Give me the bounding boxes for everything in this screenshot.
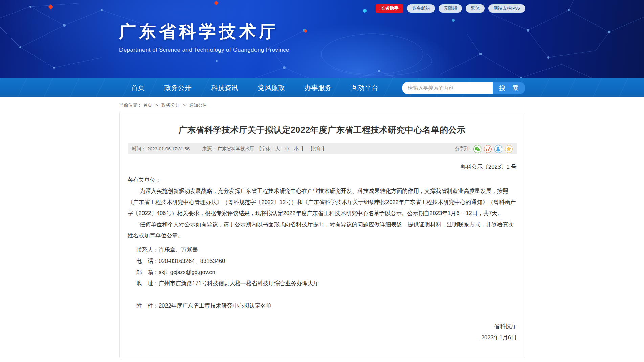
contact-person-value: 肖乐章、万紫骞 [159, 247, 198, 253]
main-navbar: 首页 政务公开 科技资讯 党风廉政 办事服务 互动平台 搜 索 [0, 78, 644, 97]
contact-address-line: 地 址：广州市连新路171号科技信息大楼一楼省科技厅综合业务办理大厅 [128, 278, 517, 289]
traditional-chinese-button[interactable]: 繁体 [466, 4, 485, 13]
article-body: 各有关单位： 为深入实施创新驱动发展战略，充分发挥广东省工程技术研究中心在产业技… [128, 174, 517, 343]
qzone-star-share-icon[interactable] [505, 145, 513, 153]
breadcrumb-notices[interactable]: 通知公告 [189, 103, 207, 108]
breadcrumb-home[interactable]: 首页 [143, 103, 152, 108]
share-bar: 分享到: [455, 145, 512, 153]
contact-email-line: 邮 箱：skjt_gcjszx@gd.gov.cn [128, 267, 517, 278]
contact-phone-line: 电 话：020-83163264、83163460 [128, 255, 517, 267]
breadcrumb-label: 当前位置： [119, 103, 142, 108]
source-value: 广东省科学技术厅 [218, 146, 254, 151]
salutation: 各有关单位： [128, 174, 517, 185]
site-title: 广东省科学技术厅 [119, 20, 289, 43]
contact-block: 联系人：肖乐章、万紫骞 电 话：020-83163264、83163460 邮 … [128, 244, 517, 289]
nav-item-home[interactable]: 首页 [131, 83, 145, 92]
contact-person-label: 联系人： [136, 247, 159, 253]
ipv6-badge[interactable]: 网站支持IPv6 [488, 4, 525, 13]
breadcrumb-separator: > [156, 103, 158, 108]
paragraph: 为深入实施创新驱动发展战略，充分发挥广东省工程技术研究中心在产业技术研究开发、科… [128, 185, 517, 219]
elder-helper-button[interactable]: 长者助手 [376, 4, 403, 13]
fontsize-label-close: 】 [301, 146, 306, 151]
contact-address-label: 地 址： [136, 280, 159, 286]
document-number: 粤科公示〔2023〕1 号 [128, 163, 517, 171]
signature-org: 省科技厅 [128, 321, 517, 332]
site-logo[interactable]: 广东省科学技术厅 Department of Science and Techn… [119, 20, 289, 53]
gov-mail-button[interactable]: 政务邮箱 [407, 4, 435, 13]
attachment-link[interactable]: 2022年度广东省工程技术研究中心拟认定名单 [159, 302, 272, 309]
fontsize-label: 【字体: [257, 146, 271, 151]
article-container: 广东省科学技术厅关于拟认定2022年度广东省工程技术研究中心名单的公示 时间：2… [119, 112, 525, 358]
nav-item-gov-disclosure[interactable]: 政务公开 [164, 83, 192, 92]
search-box: 搜 索 [402, 82, 525, 94]
print-button[interactable]: 【打印】 [308, 146, 326, 151]
article-meta-bar: 时间：2023-01-06 17:31:56 来源：广东省科学技术厅 【字体:大… [128, 143, 517, 154]
contact-person-line: 联系人：肖乐章、万紫骞 [128, 244, 517, 255]
contact-email-label: 邮 箱： [136, 269, 159, 275]
fontsize-small-button[interactable]: 小 [294, 146, 299, 151]
source-label: 来源： [202, 146, 216, 151]
article-title: 广东省科学技术厅关于拟认定2022年度广东省工程技术研究中心名单的公示 [128, 124, 517, 135]
publish-time: 2023-01-06 17:31:56 [147, 146, 190, 151]
share-label: 分享到: [455, 146, 470, 152]
search-button[interactable]: 搜 索 [493, 82, 525, 94]
attachment-line: 附 件：2022年度广东省工程技术研究中心拟认定名单 [128, 300, 517, 311]
time-label: 时间： [132, 146, 146, 151]
nav-item-sci-tech-news[interactable]: 科技资讯 [211, 83, 238, 92]
signature-block: 省科技厅 2023年1月6日 [128, 321, 517, 343]
weibo-share-icon[interactable] [484, 145, 492, 153]
nav-item-interaction[interactable]: 互动平台 [351, 83, 378, 92]
nav-item-party-conduct[interactable]: 党风廉政 [258, 83, 285, 92]
signature-date: 2023年1月6日 [128, 332, 517, 343]
paragraph: 任何单位和个人对公示如有异议，请于公示期内以书面形式向省科技厅提出，对有异议的问… [128, 219, 517, 241]
attachment-label: 附 件： [136, 302, 159, 309]
accessibility-button[interactable]: 无障碍 [439, 4, 462, 13]
contact-phone-label: 电 话： [136, 258, 159, 264]
site-subtitle: Department of Science and Technology of … [119, 47, 289, 53]
qq-share-icon[interactable] [494, 145, 502, 153]
breadcrumb: 当前位置： 首页 > 政务公开 > 通知公告 [119, 97, 525, 112]
fontsize-large-button[interactable]: 大 [275, 146, 280, 151]
contact-phone-value: 020-83163264、83163460 [159, 258, 225, 264]
fontsize-medium-button[interactable]: 中 [285, 146, 289, 151]
nav-item-services[interactable]: 办事服务 [305, 83, 332, 92]
breadcrumb-separator: > [183, 103, 186, 108]
header-banner: 长者助手 政务邮箱 无障碍 繁体 网站支持IPv6 广东省科学技术厅 Depar… [0, 0, 644, 78]
contact-email-value: skjt_gcjszx@gd.gov.cn [159, 269, 215, 275]
breadcrumb-gov-disclosure[interactable]: 政务公开 [161, 103, 180, 108]
contact-address-value: 广州市连新路171号科技信息大楼一楼省科技厅综合业务办理大厅 [159, 280, 319, 286]
wechat-share-icon[interactable] [473, 145, 481, 153]
topbar: 长者助手 政务邮箱 无障碍 繁体 网站支持IPv6 [0, 4, 644, 13]
article-meta-info: 时间：2023-01-06 17:31:56 来源：广东省科学技术厅 【字体:大… [132, 146, 328, 152]
search-input[interactable] [402, 82, 493, 94]
